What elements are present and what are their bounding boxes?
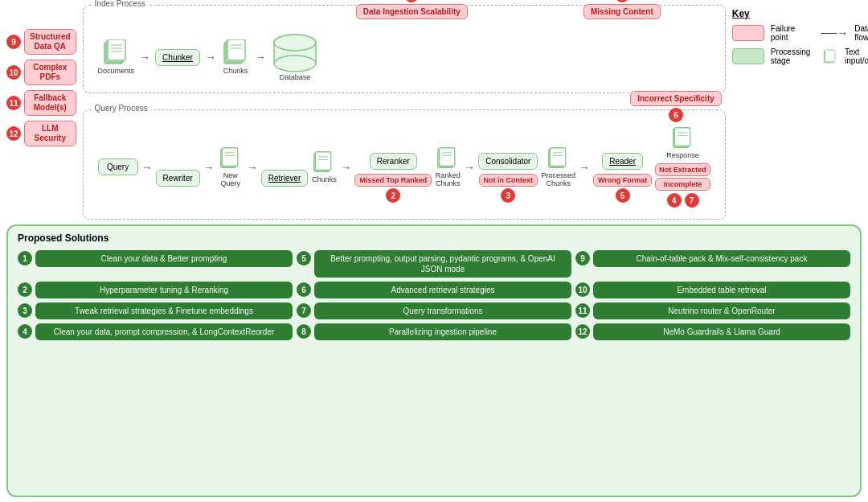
key-doc-label: Text input/output (845, 47, 868, 65)
missed-top-ranked-num: 2 (386, 188, 400, 203)
processed-chunks-icon (546, 146, 571, 169)
key-failure-box (732, 25, 764, 41)
solution-row-8: 8 Parallelizing ingestion pipeline (297, 323, 571, 340)
diagram-section: 9 Structured Data QA 10 Complex PDFs 11 … (6, 5, 862, 220)
badge-num-12: 12 (6, 126, 21, 141)
wrong-format-container: Wrong Format 5 (593, 174, 652, 203)
missed-top-ranked-container: Missed Top Ranked 2 (354, 174, 432, 203)
sol-box-9: Chain-of-table pack & Mix-self-consisten… (593, 250, 850, 267)
svg-rect-2 (108, 39, 125, 60)
new-query-col: New Query (218, 146, 244, 187)
query-process-label: Query Process (92, 104, 151, 113)
database-item: Database (271, 33, 319, 81)
key-row-processing: Processing stage Text input/output (732, 47, 868, 66)
arrow-q6: → (579, 161, 590, 174)
missing-content-num: 1 (615, 0, 629, 2)
badge-label-12: LLM Security (24, 121, 76, 146)
reader-box: Reader (602, 153, 643, 170)
svg-point-15 (274, 56, 316, 72)
key-row-failure: Failure point ──→ Data flow (732, 24, 868, 42)
sol-num-2: 2 (18, 282, 32, 297)
chunker-item: Chunker (155, 49, 200, 66)
solution-row-1: 1 Clean your data & Better prompting (18, 250, 293, 278)
solution-row-9: 9 Chain-of-table pack & Mix-self-consist… (575, 250, 850, 278)
rewriter-col: Rewriter (156, 148, 200, 187)
reader-col: Reader Wrong Format 5 (593, 131, 652, 203)
main-container: 9 Structured Data QA 10 Complex PDFs 11 … (0, 0, 868, 502)
solution-row-7: 7 Query transformations (297, 302, 571, 319)
documents-item: Documents (98, 39, 135, 75)
ranked-chunks-icon (435, 146, 461, 169)
chunks-query-icon (311, 150, 337, 173)
sol-num-7: 7 (297, 303, 311, 318)
sol-num-11: 11 (575, 303, 590, 318)
arrow-q5: → (464, 161, 475, 174)
solution-row-10: 10 Embedded table retrieval (575, 282, 850, 298)
diagram-main: Index Process 8 Data Ingestion Scalabili… (83, 5, 726, 220)
sol-box-6: Advanced retrieval strategies (314, 282, 571, 298)
sol-num-5: 5 (297, 251, 311, 265)
consolidator-col: Consolidator Not in Context 3 (478, 131, 538, 203)
badge-label-10: Complex PDFs (24, 60, 76, 85)
badge-label-11: Fallback Model(s) (24, 90, 76, 116)
solution-row-4: 4 Clean your data, prompt compression, &… (18, 323, 293, 340)
arrow-3: → (255, 51, 266, 64)
badge-num-9: 9 (6, 35, 21, 49)
sol-box-2: Hyperparameter tuning & Reranking (35, 282, 293, 298)
key-processing-box (732, 48, 764, 64)
solution-row-12: 12 NeMo Guardrails & Llama Guard (575, 323, 850, 340)
key-title: Key (732, 8, 868, 19)
documents-icon (101, 39, 130, 65)
reranker-box: Reranker (370, 153, 417, 170)
query-box: Query (98, 158, 138, 175)
sol-box-4: Clean your data, prompt compression, & L… (35, 323, 293, 340)
database-label: Database (280, 73, 311, 81)
svg-rect-26 (440, 148, 455, 167)
solution-row-11: 11 Neutrino router & OpenRouter (575, 302, 850, 319)
svg-rect-30 (550, 148, 565, 167)
sol-num-12: 12 (575, 324, 590, 339)
svg-point-16 (274, 35, 316, 51)
wrong-format-box: Wrong Format (593, 174, 652, 187)
retriever-box: Retriever (261, 170, 309, 187)
response-col: Response Not Extracted Incomplete 4 7 (655, 126, 710, 208)
badge-num-10: 10 (6, 65, 21, 80)
missed-top-ranked-box: Missed Top Ranked (354, 174, 432, 187)
badge-num-11: 11 (6, 96, 21, 110)
sol-num-9: 9 (575, 251, 590, 265)
key-items: Failure point ──→ Data flow Processing s… (732, 24, 868, 66)
processed-chunks-col: Processed Chunks (541, 146, 575, 187)
not-in-context-box: Not in Context (479, 174, 538, 187)
svg-rect-22 (316, 152, 331, 171)
left-labels: 9 Structured Data QA 10 Complex PDFs 11 … (6, 5, 76, 220)
chunks-index-item: Chunks (221, 39, 250, 75)
index-failure-num: 8 (404, 0, 419, 2)
key-processing-label: Processing stage (771, 47, 816, 65)
wrong-format-num: 5 (616, 188, 630, 203)
rewriter-box: Rewriter (156, 170, 200, 187)
index-process-box: Index Process 8 Data Ingestion Scalabili… (83, 5, 726, 93)
sol-num-1: 1 (18, 251, 32, 265)
label-badge-11: 11 Fallback Model(s) (6, 90, 76, 116)
key-arrow: ──→ (821, 27, 848, 39)
sol-num-6: 6 (297, 282, 311, 297)
arrow-q2: → (203, 161, 215, 174)
label-badge-9: 9 Structured Data QA (6, 29, 76, 55)
sol-box-11: Neutrino router & OpenRouter (593, 302, 850, 319)
key-arrow-label: Data flow (854, 24, 868, 42)
sol-num-4: 4 (18, 324, 32, 339)
processed-chunks-label: Processed Chunks (541, 171, 575, 187)
sol-box-8: Parallelizing ingestion pipeline (314, 323, 571, 340)
label-badge-10: 10 Complex PDFs (6, 60, 76, 85)
sol-box-1: Clean your data & Better prompting (35, 250, 293, 267)
solution-row-5: 5 Better prompting, output parsing, pyda… (297, 250, 571, 278)
badge-label-9: Structured Data QA (24, 29, 76, 55)
ranked-chunks-col: Ranked Chunks (435, 146, 461, 187)
arrow-1: → (139, 51, 150, 64)
solutions-title: Proposed Solutions (18, 232, 850, 244)
arrow-q4: → (340, 161, 351, 174)
chunks-index-icon (221, 39, 250, 65)
svg-rect-18 (222, 148, 237, 167)
response-label: Response (666, 151, 699, 159)
chunks-index-label: Chunks (223, 67, 248, 75)
